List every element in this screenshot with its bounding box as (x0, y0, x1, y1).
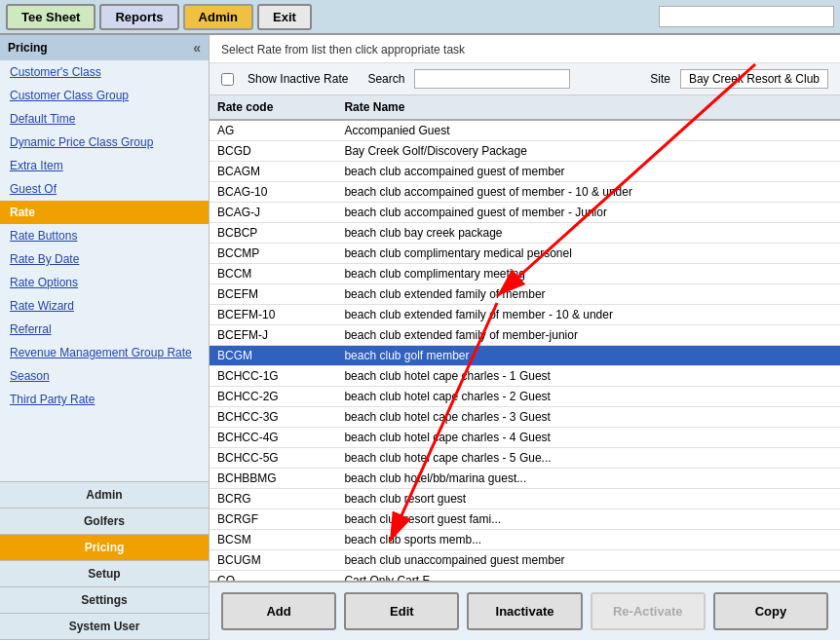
sidebar-bottom-item-system-user[interactable]: System User (0, 614, 209, 640)
table-row[interactable]: BCRGbeach club resort guest (210, 489, 840, 509)
rate-code-cell: BCHBBMG (210, 469, 336, 489)
sidebar-items-list: Customer's ClassCustomer Class GroupDefa… (0, 60, 209, 411)
site-value: Bay Creek Resort & Club (680, 69, 828, 89)
reports-button[interactable]: Reports (99, 4, 178, 30)
exit-button[interactable]: Exit (257, 4, 312, 30)
sidebar-item-third-party-rate[interactable]: Third Party Rate (0, 388, 209, 411)
sidebar-bottom-item-pricing[interactable]: Pricing (0, 535, 209, 561)
rate-name-cell: beach club complimentary meeting (336, 264, 840, 284)
rate-code-cell: BCHCC-4G (210, 428, 336, 448)
rate-code-cell: BCEFM (210, 284, 336, 305)
table-row[interactable]: BCUGMbeach club unaccompained guest memb… (210, 550, 840, 571)
sidebar-item-season[interactable]: Season (0, 364, 209, 388)
copy-button[interactable]: Copy (713, 592, 828, 630)
sidebar-item-guest-of[interactable]: Guest Of (0, 177, 209, 201)
show-inactive-checkbox[interactable] (221, 73, 234, 86)
rate-name-cell: beach club complimentary medical persone… (336, 244, 840, 264)
col-rate-name: Rate Name (336, 95, 840, 120)
rate-code-cell: BCUGM (210, 550, 336, 571)
table-row[interactable]: BCHCC-3Gbeach club hotel cape charles - … (210, 407, 840, 428)
rate-code-cell: BCCMP (210, 244, 336, 264)
inactivate-button[interactable]: Inactivate (467, 592, 582, 630)
bottom-buttons: Add Edit Inactivate Re-Activate Copy (210, 581, 840, 640)
table-row[interactable]: AGAccompanied Guest (210, 120, 840, 141)
sidebar-item-default-time[interactable]: Default Time (0, 107, 209, 131)
sidebar-item-dynamic-price-class-group[interactable]: Dynamic Price Class Group (0, 131, 209, 154)
sidebar-item-rate-buttons[interactable]: Rate Buttons (0, 224, 209, 247)
table-row[interactable]: BCRGFbeach club resort guest fami... (210, 509, 840, 530)
table-row[interactable]: BCEFM-10beach club extended family of me… (210, 305, 840, 325)
table-row[interactable]: BCEFMbeach club extended family of membe… (210, 284, 840, 305)
rate-code-cell: BCBCP (210, 223, 336, 244)
rate-name-cell: beach club accompained guest of member -… (336, 182, 840, 203)
top-navigation: Tee Sheet Reports Admin Exit (0, 0, 840, 35)
rate-name-cell: Bay Creek Golf/Discovery Package (336, 141, 840, 162)
search-input[interactable] (414, 69, 570, 89)
rate-code-cell: BCEFM-J (210, 325, 336, 346)
rate-name-cell: beach club sports memb... (336, 530, 840, 550)
rate-name-cell: beach club hotel cape charles - 1 Guest (336, 366, 840, 387)
rate-code-cell: BCAG-10 (210, 182, 336, 203)
rates-table-container: Rate code Rate Name AGAccompanied GuestB… (210, 95, 840, 581)
rate-code-cell: BCAG-J (210, 203, 336, 223)
sidebar-bottom-item-settings[interactable]: Settings (0, 587, 209, 614)
rate-code-cell: BCHCC-5G (210, 448, 336, 469)
sidebar-item-rate-by-date[interactable]: Rate By Date (0, 247, 209, 271)
sidebar-item-customer-class-group[interactable]: Customer Class Group (0, 84, 209, 107)
sidebar-bottom-item-admin[interactable]: Admin (0, 482, 209, 508)
rate-code-cell: BCHCC-2G (210, 387, 336, 407)
rate-name-cell: beach club unaccompained guest member (336, 550, 840, 571)
rate-code-cell: BCCM (210, 264, 336, 284)
rate-name-cell: Cart Only Cart F... (336, 571, 840, 582)
table-row[interactable]: BCCMPbeach club complimentary medical pe… (210, 244, 840, 264)
table-row[interactable]: BCHBBMGbeach club hotel/bb/marina guest.… (210, 469, 840, 489)
sidebar-item-revenue-management-group-rate[interactable]: Revenue Management Group Rate (0, 341, 209, 364)
add-button[interactable]: Add (221, 592, 336, 630)
rate-code-cell: BCEFM-10 (210, 305, 336, 325)
rate-name-cell: beach club resort guest (336, 489, 840, 509)
table-row[interactable]: BCGMbeach club golf member (210, 346, 840, 366)
admin-button[interactable]: Admin (183, 4, 253, 30)
table-row[interactable]: COCart Only Cart F... (210, 571, 840, 582)
rate-name-cell: beach club hotel/bb/marina guest... (336, 469, 840, 489)
table-row[interactable]: BCBCPbeach club bay creek package (210, 223, 840, 244)
main-layout: Pricing « Customer's ClassCustomer Class… (0, 35, 840, 640)
table-row[interactable]: BCHCC-1Gbeach club hotel cape charles - … (210, 366, 840, 387)
sidebar-item-rate-wizard[interactable]: Rate Wizard (0, 294, 209, 318)
sidebar-item-rate-options[interactable]: Rate Options (0, 271, 209, 294)
sidebar-item-rate[interactable]: Rate (0, 201, 209, 224)
table-row[interactable]: BCAG-Jbeach club accompained guest of me… (210, 203, 840, 223)
rate-code-cell: BCSM (210, 530, 336, 550)
rate-name-cell: beach club hotel cape charles - 5 Gue... (336, 448, 840, 469)
pricing-section: Pricing « Customer's ClassCustomer Class… (0, 35, 209, 481)
edit-button[interactable]: Edit (344, 592, 459, 630)
table-row[interactable]: BCCMbeach club complimentary meeting (210, 264, 840, 284)
content-header: Select Rate from list then click appropr… (210, 35, 840, 63)
sidebar: Pricing « Customer's ClassCustomer Class… (0, 35, 210, 640)
table-row[interactable]: BCEFM-Jbeach club extended family of mem… (210, 325, 840, 346)
table-row[interactable]: BCAGMbeach club accompained guest of mem… (210, 162, 840, 182)
table-row[interactable]: BCHCC-4Gbeach club hotel cape charles - … (210, 428, 840, 448)
col-rate-code: Rate code (210, 95, 336, 120)
rate-name-cell: beach club hotel cape charles - 4 Guest (336, 428, 840, 448)
rate-name-cell: beach club resort guest fami... (336, 509, 840, 530)
rate-name-cell: beach club hotel cape charles - 3 Guest (336, 407, 840, 428)
sidebar-item-extra-item[interactable]: Extra Item (0, 154, 209, 177)
table-row[interactable]: BCSMbeach club sports memb... (210, 530, 840, 550)
table-row[interactable]: BCGDBay Creek Golf/Discovery Package (210, 141, 840, 162)
rate-name-cell: beach club golf member (336, 346, 840, 366)
reactivate-button[interactable]: Re-Activate (591, 592, 706, 630)
top-search-input[interactable] (659, 6, 834, 27)
sidebar-item-customers-class[interactable]: Customer's Class (0, 60, 209, 84)
rates-table: Rate code Rate Name AGAccompanied GuestB… (210, 95, 840, 581)
sidebar-item-referral[interactable]: Referral (0, 318, 209, 341)
sidebar-bottom-item-setup[interactable]: Setup (0, 561, 209, 587)
table-row[interactable]: BCHCC-5Gbeach club hotel cape charles - … (210, 448, 840, 469)
table-row[interactable]: BCHCC-2Gbeach club hotel cape charles - … (210, 387, 840, 407)
collapse-icon[interactable]: « (193, 40, 201, 56)
sidebar-bottom-item-golfers[interactable]: Golfers (0, 508, 209, 535)
table-row[interactable]: BCAG-10beach club accompained guest of m… (210, 182, 840, 203)
teesheet-button[interactable]: Tee Sheet (6, 4, 95, 30)
table-header-row: Rate code Rate Name (210, 95, 840, 120)
rate-name-cell: Accompanied Guest (336, 120, 840, 141)
